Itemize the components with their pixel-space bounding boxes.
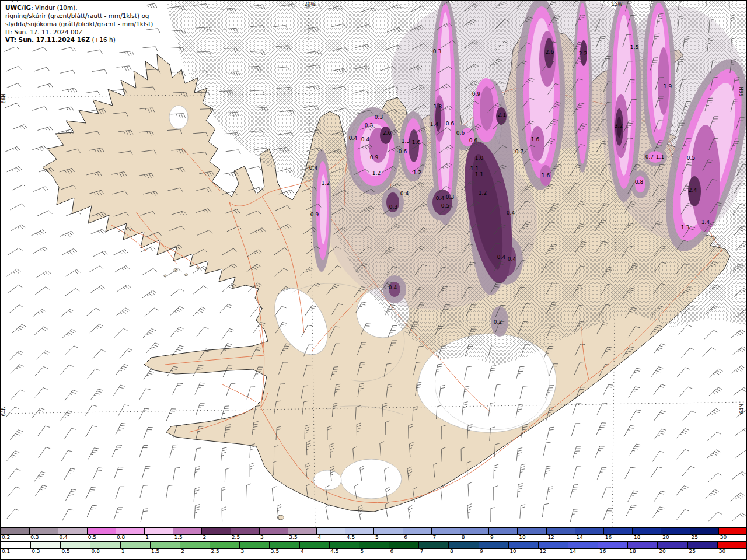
colorbar-cell bbox=[202, 528, 231, 534]
precip-value-label: 0.4 bbox=[349, 135, 358, 141]
wind-barb bbox=[92, 348, 105, 362]
wind-barb bbox=[221, 447, 227, 461]
precip-value-label: 0.5 bbox=[441, 203, 449, 209]
colorbar-label: 6 bbox=[404, 534, 407, 540]
wind-barb bbox=[543, 442, 550, 457]
wind-barb bbox=[38, 83, 53, 91]
wind-barb bbox=[66, 269, 81, 280]
wind-barb bbox=[34, 470, 46, 484]
longitude-label: 20W bbox=[304, 1, 316, 7]
colorbar-cell bbox=[719, 528, 747, 534]
wind-barb bbox=[143, 328, 156, 341]
colorbar-label: 7 bbox=[420, 548, 424, 554]
colorbar-cell bbox=[359, 542, 389, 548]
map-legend-box: UWC/IG: Vindur (10m), rigning/skúrir (gr… bbox=[2, 2, 146, 47]
wind-barb bbox=[10, 203, 25, 214]
wind-barb bbox=[116, 485, 124, 501]
wind-barb bbox=[706, 407, 720, 420]
wind-barb bbox=[679, 386, 692, 399]
colorbar-label: 20 bbox=[659, 548, 665, 554]
colorbar-label: 7 bbox=[433, 534, 437, 540]
wind-barb bbox=[731, 365, 745, 377]
precip-value-label: 0.9 bbox=[310, 212, 319, 218]
precip-value-label: 0.3 bbox=[365, 123, 373, 128]
wind-barb bbox=[654, 410, 666, 424]
wind-barb bbox=[116, 422, 126, 436]
precip-value-label: 1.8 bbox=[434, 104, 442, 110]
wind-barb bbox=[112, 443, 122, 459]
precip-value-label: 1.3 bbox=[681, 225, 689, 230]
colorbar-label: 10 bbox=[509, 548, 516, 554]
wind-barb bbox=[597, 466, 606, 481]
precip-core bbox=[432, 190, 452, 215]
wind-barb bbox=[144, 368, 155, 382]
wind-barb bbox=[702, 346, 715, 359]
wind-barb bbox=[626, 503, 637, 518]
wind-barb bbox=[222, 327, 233, 341]
legend-text: rigning/skúrir (grænt/blátt/rautt - mm/1… bbox=[5, 12, 149, 19]
wind-barb bbox=[194, 466, 200, 481]
wind-barb bbox=[654, 342, 666, 356]
colorbar-cell bbox=[31, 542, 61, 548]
precip-value-label: 1.9 bbox=[664, 83, 672, 89]
colorbar-label: 20 bbox=[662, 534, 669, 540]
wind-barb bbox=[326, 505, 333, 520]
wind-barb bbox=[194, 504, 200, 519]
wind-barb bbox=[113, 384, 125, 398]
precip-value-label: 0.3 bbox=[375, 114, 383, 120]
colorbar-label: 0.4 bbox=[60, 534, 68, 540]
colorbar-cell bbox=[449, 542, 479, 548]
wind-barb bbox=[87, 368, 99, 382]
wind-barb bbox=[735, 427, 747, 439]
wind-barb bbox=[8, 468, 20, 482]
wind-barb bbox=[32, 407, 44, 421]
wind-barb bbox=[630, 367, 641, 382]
wind-barb bbox=[222, 487, 226, 501]
colorbar-tick-labels: 0.10.30.50.811.522.533.544.5567891012141… bbox=[1, 549, 747, 555]
wind-barb bbox=[114, 327, 128, 341]
precip-value-label: 1.6 bbox=[412, 139, 421, 145]
wind-barb bbox=[37, 210, 52, 220]
colorbar-label: 3 bbox=[260, 534, 264, 540]
colorbar-cell bbox=[633, 528, 661, 534]
wind-barb bbox=[62, 508, 73, 523]
wind-barb bbox=[90, 285, 105, 296]
colorbar-label: 14 bbox=[577, 534, 583, 540]
wind-barb bbox=[516, 447, 522, 462]
colorbar-tick-labels: 0.20.30.40.50.811.522.533.544.5567891012… bbox=[1, 535, 747, 541]
wind-barb bbox=[32, 47, 47, 55]
wind-barb bbox=[597, 401, 607, 416]
wind-barb bbox=[9, 304, 23, 317]
latitude-label: 64N bbox=[1, 406, 6, 416]
colorbar-cell bbox=[509, 542, 539, 548]
wind-barb bbox=[627, 489, 638, 504]
wind-barb bbox=[60, 410, 72, 424]
wind-barb bbox=[707, 449, 720, 461]
precip-value-label: 0.6 bbox=[469, 138, 478, 144]
wind-barb bbox=[34, 326, 47, 338]
wind-barb bbox=[93, 466, 103, 481]
wind-barb bbox=[89, 265, 103, 276]
colorbar-cell bbox=[88, 528, 116, 534]
wind-barb bbox=[60, 70, 75, 78]
precip-value-label: 0.4 bbox=[508, 256, 516, 262]
wind-barb bbox=[519, 464, 525, 478]
wind-barb bbox=[603, 507, 613, 522]
colorbar-cell bbox=[403, 528, 432, 534]
wind-barb bbox=[141, 246, 155, 256]
legend-line-2: rigning/skúrir (grænt/blátt/rautt - mm/1… bbox=[5, 12, 143, 20]
wind-barb bbox=[119, 51, 134, 57]
wind-barb bbox=[630, 408, 641, 423]
precip-value-label: 1.5 bbox=[630, 44, 638, 50]
wind-barb bbox=[630, 443, 641, 457]
precip-value-label: 1.2 bbox=[413, 170, 421, 176]
wind-barb bbox=[490, 508, 495, 522]
wind-barb bbox=[596, 421, 606, 436]
wind-barb bbox=[246, 166, 261, 173]
wind-barb bbox=[517, 483, 522, 498]
colorbar-cell bbox=[300, 542, 330, 548]
colorbar-cell bbox=[489, 528, 518, 534]
colorbar-label: 16 bbox=[599, 548, 606, 554]
colorbar-label: 0.3 bbox=[30, 534, 39, 540]
colorbar-label: 5 bbox=[360, 548, 364, 554]
